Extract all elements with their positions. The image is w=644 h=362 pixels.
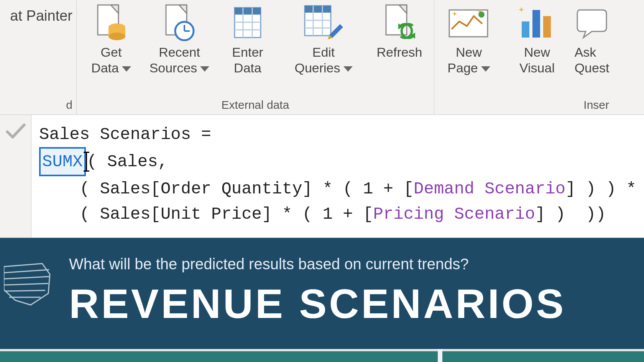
refresh-icon (382, 2, 417, 44)
svg-marker-35 (519, 7, 524, 12)
ribbon-group-label-clipboard: d (0, 60, 72, 111)
panel-segment (442, 349, 644, 362)
checkmark-icon (5, 122, 26, 141)
svg-line-37 (4, 277, 49, 279)
edit-queries-button[interactable]: Edit Queries (285, 2, 362, 76)
svg-line-39 (5, 290, 45, 291)
enter-data-icon (232, 2, 263, 44)
dropdown-caret-icon (481, 66, 490, 72)
svg-rect-34 (543, 16, 551, 38)
new-page-button[interactable]: New Page (438, 2, 499, 76)
svg-line-38 (4, 283, 48, 285)
ribbon-group-external-data: Get Data Recent Sources (77, 0, 434, 115)
new-visual-icon (518, 2, 556, 44)
new-page-icon (448, 2, 490, 44)
svg-rect-32 (522, 21, 529, 38)
dax-function-sumx: SUMX (39, 147, 86, 176)
edit-queries-label: Edit Queries (294, 44, 352, 76)
edit-queries-icon (302, 2, 345, 44)
svg-rect-11 (235, 8, 261, 15)
new-page-label: New Page (447, 44, 490, 76)
formula-editor[interactable]: Sales Scenarios = SUMX( Sales, ( Sales[O… (31, 115, 644, 238)
enter-data-label: Enter Data (232, 44, 263, 76)
ribbon-group-label-insert: Inser (438, 96, 609, 111)
get-data-label: Get Data (91, 44, 131, 76)
report-subtitle: What will be the predicted results based… (69, 256, 566, 273)
report-header-banner: What will be the predicted results based… (0, 238, 644, 349)
usa-map-icon (4, 259, 54, 324)
dropdown-caret-icon (200, 66, 209, 72)
formula-bar: Sales Scenarios = SUMX( Sales, ( Sales[O… (0, 115, 644, 238)
svg-rect-33 (532, 10, 540, 38)
ribbon-group-clipboard: at Painter d (0, 0, 77, 115)
text-cursor (86, 152, 87, 171)
new-visual-label: New Visual (519, 44, 555, 76)
new-visual-button[interactable]: New Visual (506, 2, 568, 76)
measure-name: Sales Scenarios (39, 125, 191, 144)
dropdown-caret-icon (122, 66, 131, 72)
ask-question-button[interactable]: Ask Quest (575, 2, 609, 76)
svg-point-4 (108, 33, 125, 40)
report-section-strip (0, 349, 644, 362)
svg-line-36 (4, 270, 49, 273)
format-painter-button[interactable]: at Painter (0, 8, 72, 24)
recent-sources-button[interactable]: Recent Sources (149, 2, 210, 76)
ask-question-label: Ask Quest (575, 44, 610, 76)
speech-bubble-icon (577, 2, 607, 44)
svg-rect-17 (305, 6, 331, 13)
svg-point-31 (478, 11, 485, 18)
ribbon-group-label-external-data: External data (80, 96, 430, 111)
dropdown-caret-icon (343, 66, 353, 72)
table-arg: Sales, (107, 152, 168, 171)
ribbon-toolbar: at Painter d Get Data (0, 0, 644, 115)
get-data-button[interactable]: Get Data (80, 2, 142, 76)
recent-sources-icon (162, 2, 197, 44)
get-data-icon (94, 2, 128, 44)
report-title: REVENUE SCENARIOS (69, 280, 566, 328)
refresh-button[interactable]: Refresh (369, 2, 430, 60)
recent-sources-label: Recent Sources (150, 44, 210, 76)
ribbon-group-insert: New Page New Visual (434, 0, 613, 115)
measure-ref-pricing: Pricing Scenario (373, 205, 535, 224)
panel-segment (0, 349, 438, 362)
refresh-label: Refresh (376, 44, 422, 60)
enter-data-button[interactable]: Enter Data (217, 2, 278, 76)
formula-confirm-button[interactable] (0, 115, 31, 238)
measure-ref-demand: Demand Scenario (414, 179, 565, 198)
